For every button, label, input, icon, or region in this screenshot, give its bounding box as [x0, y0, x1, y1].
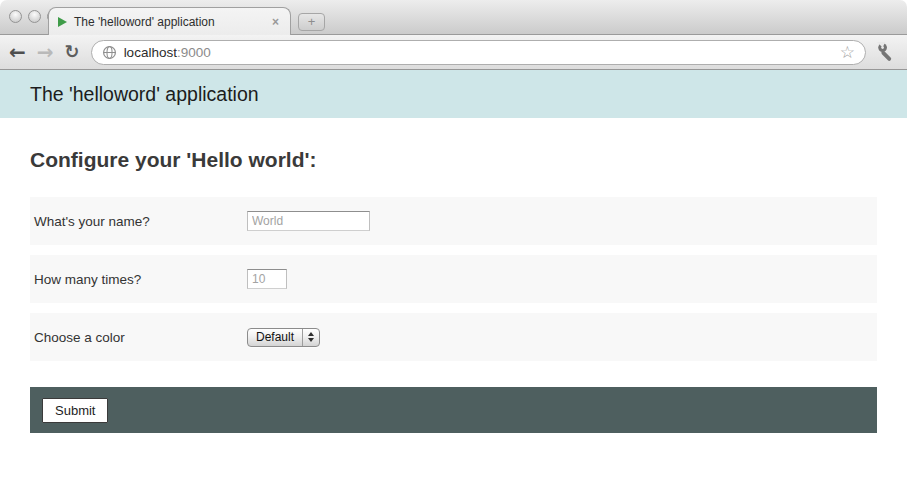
main-area: Configure your 'Hello world': What's you…: [0, 148, 907, 433]
page-content: The 'helloword' application Configure yo…: [0, 70, 907, 433]
tab-title: The 'helloword' application: [74, 15, 263, 29]
browser-tab[interactable]: The 'helloword' application ×: [48, 7, 291, 35]
app-header: The 'helloword' application: [0, 70, 907, 118]
forward-button[interactable]: →: [37, 42, 54, 62]
address-bar[interactable]: localhost:9000 ☆: [91, 40, 866, 65]
tab-close-icon[interactable]: ×: [270, 15, 281, 29]
color-select-value: Default: [256, 330, 294, 344]
app-header-title: The 'helloword' application: [30, 83, 259, 105]
name-input[interactable]: [247, 211, 370, 231]
times-input[interactable]: [247, 269, 287, 289]
new-tab-button[interactable]: +: [298, 13, 325, 31]
form-row-color: Choose a color Default: [30, 313, 877, 361]
play-favicon-icon: [58, 17, 67, 27]
browser-toolbar: ← → ↻ localhost:9000 ☆: [0, 35, 907, 70]
url-host: localhost: [124, 45, 177, 60]
color-select[interactable]: Default: [247, 328, 320, 347]
submit-button[interactable]: Submit: [42, 398, 108, 423]
reload-button[interactable]: ↻: [65, 43, 80, 61]
globe-icon: [102, 45, 117, 60]
name-label: What's your name?: [34, 214, 247, 229]
url-port: :9000: [177, 45, 211, 60]
submit-bar: Submit: [30, 387, 877, 433]
titlebar: The 'helloword' application × +: [0, 0, 907, 35]
page-heading: Configure your 'Hello world':: [30, 148, 877, 172]
select-stepper-icon: [303, 329, 319, 346]
traffic-light-close[interactable]: [9, 10, 22, 23]
plus-icon: +: [308, 15, 316, 29]
color-label: Choose a color: [34, 330, 247, 345]
browser-window: The 'helloword' application × + ← → ↻ lo…: [0, 0, 907, 70]
traffic-light-minimize[interactable]: [28, 10, 41, 23]
url-text: localhost:9000: [124, 45, 211, 60]
bookmark-star-icon[interactable]: ☆: [840, 44, 855, 61]
back-button[interactable]: ←: [9, 42, 26, 62]
times-label: How many times?: [34, 272, 247, 287]
form-row-times: How many times?: [30, 255, 877, 303]
wrench-menu-icon[interactable]: [877, 42, 898, 63]
form-row-name: What's your name?: [30, 197, 877, 245]
